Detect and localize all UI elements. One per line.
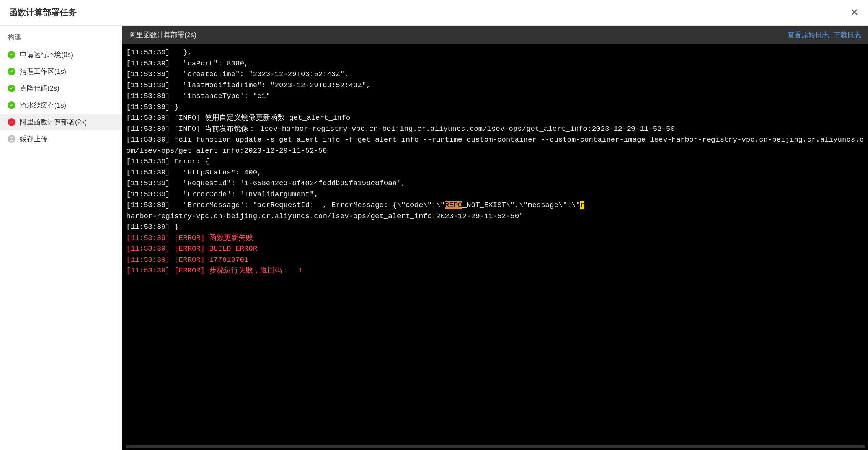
step-item[interactable]: 缓存上传: [0, 130, 122, 147]
pending-icon: [8, 135, 15, 143]
step-label: 阿里函数计算部署(2s): [20, 117, 87, 127]
log-line: harbor-registry-vpc.cn-beijing.cr.aliyun…: [126, 211, 864, 222]
log-line: [11:53:39] [ERROR] BUILD ERROR: [126, 243, 864, 254]
log-panel-title: 阿里函数计算部署(2s): [129, 30, 196, 39]
main-area: 构建 申请运行环境(0s) 清理工作区(1s) 克隆代码(2s) 流水线缓存(1…: [0, 26, 868, 450]
log-actions: 查看原始日志 下载日志: [788, 30, 861, 39]
sidebar-section-title: 构建: [0, 26, 122, 46]
log-line: [11:53:39] [ERROR] 177810701: [126, 254, 864, 266]
view-raw-log-link[interactable]: 查看原始日志: [788, 30, 829, 39]
log-line: [11:53:39] [INFO] 使用自定义镜像更新函数 get_alert_…: [126, 112, 864, 124]
log-line: [11:53:39] Error: {: [126, 156, 864, 167]
horizontal-scrollbar[interactable]: [126, 445, 865, 448]
log-line: [11:53:39] fcli function update -s get_a…: [126, 134, 864, 156]
log-line: [11:53:39] "caPort": 8080,: [126, 58, 864, 69]
log-line: [11:53:39] "RequestId": "1-658e42c3-8f40…: [126, 178, 864, 189]
step-item[interactable]: 清理工作区(1s): [0, 63, 122, 80]
log-line: [11:53:39] "ErrorMessage": "acrRequestId…: [126, 200, 864, 211]
log-line: [11:53:39] }: [126, 222, 864, 233]
log-line: [11:53:39] "lastModifiedTime": "2023-12-…: [126, 80, 864, 91]
highlight-text: REPO: [445, 201, 462, 209]
log-line: [11:53:39] },: [126, 47, 864, 58]
success-icon: [8, 51, 15, 59]
log-line: [11:53:39] "instanceType": "e1": [126, 91, 864, 102]
log-output[interactable]: [11:53:39] },[11:53:39] "caPort": 8080,[…: [122, 44, 868, 443]
close-icon[interactable]: ✕: [850, 7, 859, 18]
log-line: [11:53:39] [ERROR] 步骤运行失败，返回码： 1: [126, 265, 864, 276]
success-icon: [8, 85, 15, 92]
step-label: 申请运行环境(0s): [20, 50, 73, 59]
log-line: [11:53:39] [INFO] 当前发布镜像： lsev-harbor-re…: [126, 124, 864, 135]
log-line: [11:53:39] "createdTime": "2023-12-29T03…: [126, 69, 864, 80]
log-line: [11:53:39] "ErrorCode": "InvalidArgument…: [126, 189, 864, 200]
step-item[interactable]: 申请运行环境(0s): [0, 46, 122, 63]
log-panel: 阿里函数计算部署(2s) 查看原始日志 下载日志 [11:53:39] },[1…: [122, 26, 868, 450]
step-item[interactable]: 克隆代码(2s): [0, 80, 122, 97]
highlight-text: r: [580, 201, 584, 209]
log-panel-header: 阿里函数计算部署(2s) 查看原始日志 下载日志: [122, 26, 868, 44]
log-line: [11:53:39] [ERROR] 函数更新失败: [126, 233, 864, 244]
modal-header: 函数计算部署任务 ✕: [0, 0, 868, 26]
step-item[interactable]: 阿里函数计算部署(2s): [0, 114, 122, 130]
steps-sidebar: 构建 申请运行环境(0s) 清理工作区(1s) 克隆代码(2s) 流水线缓存(1…: [0, 26, 122, 450]
step-label: 克隆代码(2s): [20, 84, 59, 93]
success-icon: [8, 101, 15, 109]
step-item[interactable]: 流水线缓存(1s): [0, 97, 122, 114]
success-icon: [8, 68, 15, 75]
error-icon: [8, 118, 15, 126]
download-log-link[interactable]: 下载日志: [834, 30, 861, 39]
step-label: 清理工作区(1s): [20, 67, 66, 76]
step-label: 流水线缓存(1s): [20, 101, 66, 110]
modal-title: 函数计算部署任务: [9, 7, 77, 18]
log-line: [11:53:39] }: [126, 102, 864, 113]
log-line: [11:53:39] "HttpStatus": 400,: [126, 167, 864, 178]
app-container: 函数计算部署任务 ✕ 构建 申请运行环境(0s) 清理工作区(1s) 克隆代码(…: [0, 0, 868, 450]
step-label: 缓存上传: [20, 134, 47, 143]
